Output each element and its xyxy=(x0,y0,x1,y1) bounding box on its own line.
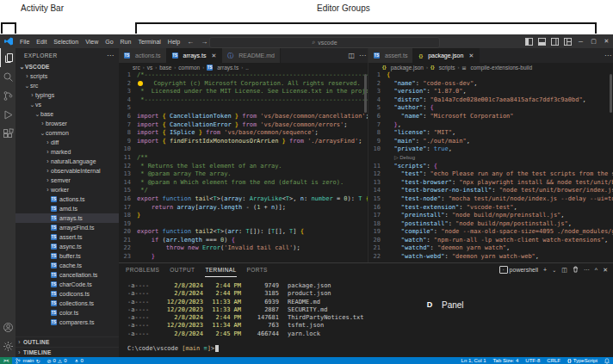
tree-folder-observableinternal[interactable]: ›observableInternal xyxy=(15,166,119,176)
minimize-icon[interactable]: ─ xyxy=(574,34,587,48)
tree-folder-naturallanguage[interactable]: ›naturalLanguage xyxy=(15,157,119,166)
split-editor-icon[interactable]: ◫ xyxy=(348,52,355,59)
editor-2-code[interactable]: 1{2 "name": "code-oss-dev",3 "version": … xyxy=(368,71,613,262)
explorer-icon[interactable] xyxy=(0,48,16,67)
close-tab-icon[interactable]: ✕ xyxy=(468,52,474,59)
maximize-icon[interactable]: ▢ xyxy=(587,34,600,48)
toggle-panel-icon[interactable] xyxy=(536,34,548,48)
tree-folder-vs[interactable]: ⌄vs xyxy=(15,100,119,109)
scrollbar-thumb[interactable] xyxy=(364,74,367,113)
indentation[interactable]: Tab Size: 4 xyxy=(490,358,523,363)
menu-file[interactable]: File xyxy=(16,39,33,45)
panel-tab-problems[interactable]: PROBLEMS xyxy=(126,263,159,276)
editor-2-breadcrumb[interactable]: {}package.json›{}scripts›⊞compile-extens… xyxy=(368,63,613,71)
toggle-sidebar-icon[interactable] xyxy=(523,34,536,48)
notifications-bell[interactable] xyxy=(601,358,613,364)
kill-terminal-icon[interactable] xyxy=(573,266,579,274)
customize-layout-icon[interactable] xyxy=(561,34,574,48)
codelens[interactable]: ▷ Debug xyxy=(368,154,613,163)
tab-readme-md[interactable]: ⓘREADME.md xyxy=(222,48,281,63)
menu-view[interactable]: View xyxy=(82,39,102,45)
split-terminal-icon[interactable]: ◫ xyxy=(561,267,567,274)
manage-icon[interactable] xyxy=(0,336,15,355)
tree-file-arraysfind-ts[interactable]: TSarraysFind.ts xyxy=(15,223,119,232)
tree-file-cancellation-ts[interactable]: TScancellation.ts xyxy=(15,270,119,280)
cursor-position[interactable]: Ln 1, Col 1 xyxy=(458,358,490,363)
tree-file-assert-ts[interactable]: TSassert.ts xyxy=(15,232,119,242)
scrollbar-thumb[interactable] xyxy=(610,74,612,113)
menu-go[interactable]: Go xyxy=(102,39,116,45)
tree-file-color-ts[interactable]: TScolor.ts xyxy=(15,308,119,318)
menu-selection[interactable]: Selection xyxy=(50,39,82,45)
more-actions-icon[interactable]: ⋯ xyxy=(604,52,611,59)
explorer-more-icon[interactable]: ⋯ xyxy=(107,52,114,59)
source-control-icon[interactable] xyxy=(0,86,15,105)
run-and-debug-icon[interactable] xyxy=(0,105,15,124)
remote-indicator[interactable]: >< xyxy=(0,357,12,364)
tab-assert-ts[interactable]: TSassert.ts xyxy=(368,48,413,63)
tree-folder-diff[interactable]: ›diff xyxy=(15,138,119,147)
search-input[interactable]: ⌕ vscode xyxy=(209,37,440,48)
section-timeline[interactable]: ›TIMELINE xyxy=(15,347,119,357)
branch-indicator[interactable]: main ↻ xyxy=(12,358,43,364)
tree-folder-browser[interactable]: ›browser xyxy=(15,119,119,128)
language-mode[interactable]: {} TypeScript xyxy=(564,358,601,363)
tree-file-actions-ts[interactable]: TSactions.ts xyxy=(15,194,119,204)
tree-item-label: src xyxy=(30,83,38,89)
terminal-output[interactable]: -a----2/8/20242:44 PM9749package.json-a-… xyxy=(127,282,364,338)
menu-help[interactable]: Help xyxy=(164,39,183,45)
search-icon[interactable] xyxy=(0,67,15,86)
tree-file-charcode-ts[interactable]: TScharCode.ts xyxy=(15,280,119,289)
terminal-dropdown-icon[interactable]: ⌄ xyxy=(552,267,556,273)
tree-folder-base[interactable]: ⌄base xyxy=(15,109,119,119)
tree-file-cache-ts[interactable]: TScache.ts xyxy=(15,261,119,270)
tree-folder-worker[interactable]: ›worker xyxy=(15,185,119,194)
tree-folder-scripts[interactable]: ›scripts xyxy=(15,71,119,81)
panel-tab-ports[interactable]: PORTS xyxy=(247,263,268,276)
maximize-panel-icon[interactable]: ^ xyxy=(595,267,598,273)
problems-indicator[interactable]: ⊘ 0 ⚠ 0 xyxy=(43,358,70,364)
tab-package-json[interactable]: {}package.json✕ xyxy=(413,48,480,63)
tree-folder-marked[interactable]: ›marked xyxy=(15,147,119,157)
tree-folder-src[interactable]: ⌄src xyxy=(15,81,119,90)
tab-actions-ts[interactable]: TSactions.ts xyxy=(119,48,167,63)
eol-sequence[interactable]: CRLF xyxy=(543,358,564,363)
panel-more-icon[interactable]: ⋯ xyxy=(584,267,590,274)
close-tab-icon[interactable]: ✕ xyxy=(211,52,216,59)
lightbulb-icon[interactable] xyxy=(138,81,143,86)
terminal-prompt[interactable]: C:\code\vscode [main ≡]> xyxy=(127,345,219,352)
section-outline[interactable]: ›OUTLINE xyxy=(15,336,119,347)
menu-terminal[interactable]: Terminal xyxy=(134,39,164,45)
encoding[interactable]: UTF-8 xyxy=(522,358,543,363)
tree-file-buffer-ts[interactable]: TSbuffer.ts xyxy=(15,251,119,261)
tree-folder-vscode[interactable]: ⌄VSCODE xyxy=(15,62,119,71)
terminal-row: -a----12/20/202311:33 AM6939README.md xyxy=(127,299,364,306)
tree-file-arrays-ts[interactable]: TSarrays.ts xyxy=(15,213,119,223)
close-icon[interactable]: ✕ xyxy=(600,34,613,48)
panel-tab-terminal[interactable]: TERMINAL xyxy=(205,263,236,277)
more-actions-icon[interactable]: ⋯ xyxy=(359,52,366,59)
new-terminal-icon[interactable]: + xyxy=(543,267,547,273)
tree-folder-semver[interactable]: ›semver xyxy=(15,176,119,185)
tree-file-comparers-ts[interactable]: TScomparers.ts xyxy=(15,318,119,327)
tree-folder-common[interactable]: ⌄common xyxy=(15,128,119,138)
editor-1-breadcrumb[interactable]: src›vs›base›common›TSarrays.ts›.. xyxy=(119,63,368,71)
back-icon[interactable]: ← xyxy=(183,38,197,46)
editor-1-code[interactable]: 1/*-------------------------------------… xyxy=(119,71,368,262)
ports-indicator[interactable]: 0 xyxy=(71,358,87,363)
breadcrumb-item: package.json xyxy=(391,65,424,71)
tree-file-codicons-ts[interactable]: TScodicons.ts xyxy=(15,289,119,299)
tab-arrays-ts[interactable]: TSarrays.ts✕ xyxy=(167,48,223,63)
menu-run[interactable]: Run xyxy=(117,39,135,45)
extensions-icon[interactable] xyxy=(0,124,15,143)
toggle-secondary-sidebar-icon[interactable] xyxy=(548,34,561,48)
panel-tab-output[interactable]: OUTPUT xyxy=(170,263,195,276)
tree-file-amd-ts[interactable]: TSamd.ts xyxy=(15,204,119,213)
accounts-icon[interactable] xyxy=(0,318,15,336)
menu-edit[interactable]: Edit xyxy=(33,39,50,45)
tree-file-async-ts[interactable]: TSasync.ts xyxy=(15,242,119,251)
close-panel-icon[interactable]: ✕ xyxy=(603,267,608,274)
shell-selector[interactable]: › powershell xyxy=(499,266,538,274)
tree-file-collections-ts[interactable]: TScollections.ts xyxy=(15,299,119,308)
tree-folder-typings[interactable]: ›typings xyxy=(15,90,119,100)
